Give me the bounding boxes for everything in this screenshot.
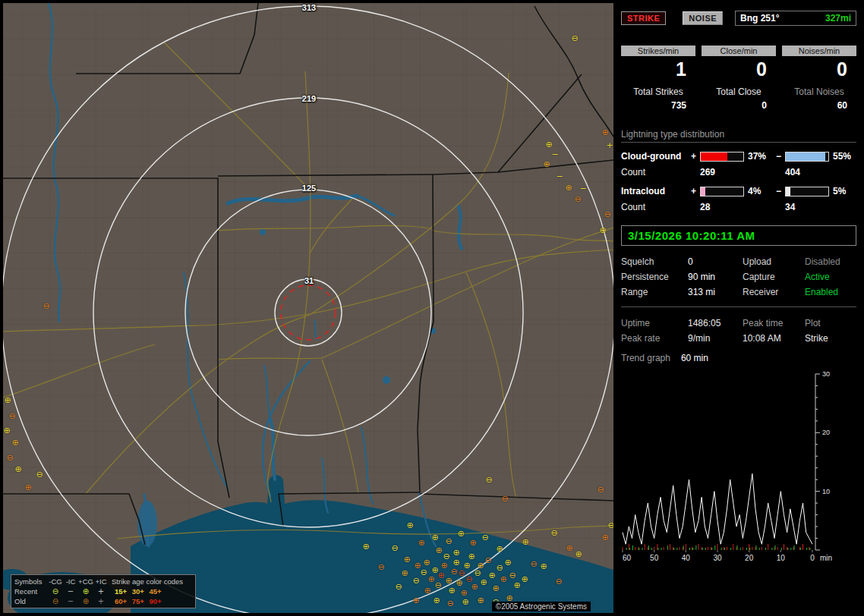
legend-age-title: Strike age color codes (112, 577, 192, 586)
legend-recent-label: Recent (14, 587, 48, 596)
close-per-min-value: 0 (702, 58, 776, 81)
plus-sign: + (691, 186, 700, 196)
strike-symbol: ⊕ (504, 558, 511, 567)
legend-type-pos-ic: +IC (93, 577, 109, 586)
strike-symbol: ⊕ (403, 555, 410, 564)
legend-symbols-header: Symbols (14, 577, 48, 586)
strike-symbol: ⊕ (452, 558, 459, 567)
strike-symbol: ⊕ (456, 579, 462, 587)
legend-type-neg-cg: -CG (48, 577, 63, 586)
strike-symbol: ⊕ (412, 596, 419, 605)
noises-per-min-value: 0 (782, 58, 856, 81)
strike-symbol: − (579, 184, 586, 193)
noise-mode-button[interactable]: NOISE (683, 11, 723, 25)
strike-symbol: ⊖ (377, 563, 384, 571)
svg-text:40: 40 (682, 554, 691, 562)
strike-symbol: ⊕ (488, 571, 495, 580)
strike-symbol: ⊕ (431, 533, 438, 542)
strike-symbol: ⊕ (468, 552, 475, 561)
age-code: 30+ (132, 587, 144, 596)
svg-text:10: 10 (822, 488, 830, 495)
total-noises-value: 60 (782, 100, 856, 111)
ic-negative-count: 34 (785, 202, 829, 212)
pos-ic-icon: + (93, 587, 109, 596)
strike-symbol: ⊕ (513, 581, 520, 589)
neg-cg-icon: ⊖ (48, 597, 63, 605)
strike-symbol: ⊖ (391, 544, 398, 552)
strike-symbol: ⊕ (452, 548, 459, 557)
persistence-label: Persistence (621, 270, 688, 284)
strike-symbol: ⊕ (565, 184, 572, 192)
uptime-value: 1486:05 (688, 316, 743, 330)
strike-symbol: ⊕ (496, 545, 503, 553)
legend-type-pos-cg: +CG (78, 577, 93, 586)
cg-negative-bar (785, 152, 829, 162)
cg-positive-pct: 37% (744, 151, 776, 162)
strike-symbol: ⊕ (575, 550, 582, 558)
strike-symbol: ⊕ (427, 575, 434, 583)
peak-rate-value: 9/min (688, 332, 743, 345)
strike-symbol: ⊕ (500, 575, 506, 583)
cg-negative-count: 404 (785, 167, 829, 178)
upload-value: Disabled (805, 255, 856, 269)
strike-symbol: ⊖ (501, 495, 508, 503)
strike-symbol: ⊕ (469, 539, 476, 547)
strike-symbol: − (556, 172, 563, 181)
strike-mode-button[interactable]: STRIKE (621, 11, 666, 25)
separator (621, 306, 856, 307)
svg-text:0: 0 (810, 554, 815, 562)
peak-time-label: Peak time (743, 316, 805, 330)
strike-symbol: ⊕ (4, 396, 11, 404)
squelch-label: Squelch (621, 255, 688, 269)
svg-text:60: 60 (623, 554, 632, 562)
pos-cg-icon: ⊕ (78, 597, 93, 605)
strike-symbol: ⊕ (492, 584, 499, 592)
strike-symbol: ⊕ (471, 583, 478, 591)
strike-symbol: ⊕ (401, 569, 408, 577)
cg-negative-pct: 55% (829, 151, 856, 162)
uptime-label: Uptime (621, 316, 688, 330)
strike-symbol: ⊖ (43, 302, 49, 310)
strike-symbol: ⊕ (540, 562, 547, 570)
strike-symbol: ⊕ (477, 596, 484, 605)
lightning-map[interactable]: 313 219 125 31 ⊖⊕⊕⊖⊕⊕⊕⊖⊕⊕⊖⊕⊕⊖⊕⊕⊖⊕⊕⊖⊕⊕⊖⊕⊕… (3, 3, 613, 613)
strike-symbol: ⊕ (406, 521, 413, 530)
strike-symbol: ⊖ (8, 412, 15, 420)
strike-symbol: ⊕ (601, 128, 608, 137)
distribution-title: Lightning type distribution (621, 129, 856, 143)
cloud-ground-label: Cloud-ground (621, 151, 691, 162)
plot-label: Plot (805, 316, 856, 330)
svg-text:30: 30 (713, 554, 722, 562)
strike-symbol: ⊕ (462, 598, 468, 606)
strike-symbol: ⊖ (6, 454, 13, 462)
strike-symbol: ⊕ (437, 571, 444, 580)
strike-symbol: ⊕ (433, 596, 440, 605)
strikes-per-min-label: Strikes/min (621, 46, 695, 56)
strike-symbol: ⊖ (496, 564, 503, 572)
strike-symbol: ⊕ (440, 561, 447, 570)
svg-text:50: 50 (650, 554, 659, 562)
total-close-label: Total Close (702, 86, 776, 97)
strike-symbol: ⊖ (450, 567, 457, 576)
strike-symbol: ⊖ (412, 577, 419, 585)
strike-symbol: ⊖ (574, 195, 581, 203)
ic-negative-bar (785, 187, 829, 196)
strike-symbol: ⊕ (14, 465, 21, 473)
strike-symbol: ⊖ (571, 34, 578, 42)
strike-symbol: ⊕ (11, 438, 18, 447)
strike-symbol: − (551, 150, 558, 159)
plus-sign: + (691, 151, 700, 162)
total-noises-label: Total Noises (782, 86, 856, 97)
strike-symbol: ⊖ (530, 560, 537, 568)
bearing-readout: Bng 251° 327mi (735, 11, 856, 26)
age-code: 60+ (115, 597, 127, 605)
strike-symbol: ⊕ (601, 533, 608, 542)
strike-symbol: ⊕ (445, 577, 452, 585)
trend-graph-label: Trend graph (621, 353, 670, 363)
squelch-value: 0 (688, 255, 743, 269)
total-strikes-label: Total Strikes (621, 86, 695, 97)
ic-positive-count: 28 (700, 202, 744, 212)
ic-negative-pct: 5% (829, 186, 856, 196)
strike-symbol: ⊕ (362, 542, 369, 551)
pos-ic-icon: + (93, 597, 109, 605)
